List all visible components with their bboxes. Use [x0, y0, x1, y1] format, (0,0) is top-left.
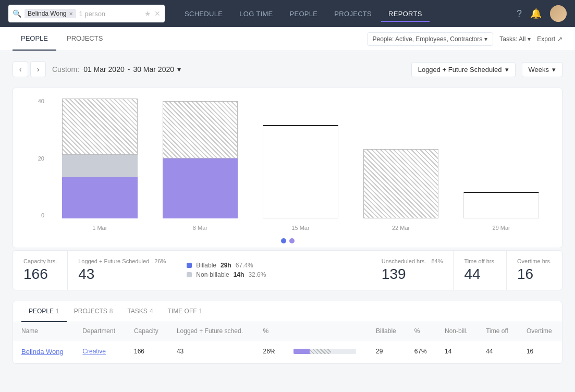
person-name-link[interactable]: Belinda Wong: [21, 348, 64, 356]
logged-future-dropdown[interactable]: Logged + Future Scheduled ▾: [411, 62, 516, 77]
breakdown-dot-nonbillable: [187, 272, 192, 277]
date-range: Custom: 01 Mar 2020 - 30 Mar 2020 ▾: [52, 65, 181, 74]
bottom-tab-timeoff[interactable]: TIME OFF1: [161, 301, 210, 322]
controls-row: ‹ › Custom: 01 Mar 2020 - 30 Mar 2020 ▾ …: [13, 62, 562, 77]
help-icon[interactable]: ?: [517, 8, 522, 19]
breakdown-nonbillable: Non-billable 14h 32.6%: [187, 271, 266, 278]
stat-overtime-label: Overtime hrs.: [517, 258, 552, 264]
date-label: Custom:: [52, 65, 79, 74]
col-capacity: Capacity: [126, 322, 168, 340]
stat-timeoff-value: 44: [464, 266, 496, 283]
cell-overtime: 16: [518, 340, 562, 363]
search-clear-icon[interactable]: ✕: [154, 9, 161, 18]
stat-logged-pct: 26%: [154, 258, 166, 264]
dot-future: [289, 238, 295, 243]
breakdown-billable-label: Billable: [196, 262, 216, 269]
bar-15mar: [263, 99, 338, 218]
breakdown-nonbillable-pct: 32.6%: [248, 271, 266, 278]
col-overtime: Overtime: [518, 322, 562, 340]
chart-col-29mar: 29 Mar: [451, 99, 552, 218]
cell-dept: Creative: [74, 340, 126, 363]
nav-link-schedule[interactable]: SCHEDULE: [177, 6, 230, 22]
cell-capacity: 166: [126, 340, 168, 363]
col-timeoff: Time off: [478, 322, 518, 340]
col-nonbill: Non-bill.: [436, 322, 478, 340]
cell-name: Belinda Wong: [13, 340, 74, 363]
stats-row: Capacity hrs. 166 Logged + Future Schedu…: [13, 250, 562, 290]
search-tag-close[interactable]: ✕: [69, 11, 73, 17]
search-star-icon[interactable]: ★: [144, 9, 151, 18]
people-filter-btn[interactable]: People: Active, Employees, Contractors ▾: [367, 32, 494, 46]
search-tag[interactable]: Belinda Wong ✕: [25, 9, 76, 18]
weeks-dropdown[interactable]: Weeks ▾: [522, 62, 563, 77]
bottom-tab-tasks[interactable]: TASKS4: [120, 301, 160, 322]
tasks-filter-chevron: ▾: [528, 35, 531, 43]
stat-unscheduled-label: Unscheduled hrs. 84%: [382, 258, 443, 264]
y-axis: 0 20 40: [23, 99, 50, 218]
nav-link-log-time[interactable]: LOG TIME: [232, 6, 280, 22]
stat-capacity-value: 166: [23, 266, 57, 283]
cell-billable: 29: [368, 340, 406, 363]
tasks-filter-btn[interactable]: Tasks: All ▾: [499, 35, 531, 43]
chart-col-15mar: 15 Mar: [250, 99, 351, 218]
bottom-tab-bar: PEOPLE1 PROJECTS8 TASKS4 TIME OFF1: [13, 301, 562, 322]
cell-nonbill: 14: [436, 340, 478, 363]
date-chevron: ▾: [177, 65, 181, 74]
table-head: Name Department Capacity Logged + Future…: [13, 322, 562, 340]
next-arrow[interactable]: ›: [30, 62, 46, 77]
nav-links: SCHEDULELOG TIMEPEOPLEPROJECTSREPORTS: [177, 6, 430, 22]
search-icon: 🔍: [13, 9, 21, 18]
bar-22mar: [363, 99, 438, 218]
breakdown-billable: Billable 29h 67.4%: [187, 262, 266, 269]
main-content: ‹ › Custom: 01 Mar 2020 - 30 Mar 2020 ▾ …: [0, 51, 575, 374]
weeks-chevron: ▾: [552, 66, 556, 74]
chart-dots: [23, 234, 552, 248]
notifications-icon[interactable]: 🔔: [530, 8, 542, 19]
cell-pct: 26%: [255, 340, 285, 363]
tasks-count: 4: [150, 308, 153, 315]
prev-arrow[interactable]: ‹: [13, 62, 28, 77]
x-label-1mar: 1 Mar: [92, 225, 107, 231]
nav-link-reports[interactable]: REPORTS: [381, 6, 430, 22]
stat-logged-label: Logged + Future Scheduled 26%: [78, 258, 166, 264]
logged-future-chevron: ▾: [505, 66, 509, 74]
bar-1mar: [62, 99, 137, 218]
cell-timeoff: 44: [478, 340, 518, 363]
bottom-tab-projects[interactable]: PROJECTS8: [67, 301, 120, 322]
people-filter-label: People: Active, Employees, Contractors: [373, 35, 483, 43]
stat-capacity-label: Capacity hrs.: [23, 258, 57, 264]
date-start: 01 Mar 2020: [83, 65, 125, 74]
col-pct: %: [255, 322, 285, 340]
stat-logged: Logged + Future Scheduled 26% 43 Billabl…: [68, 251, 371, 290]
nav-link-people[interactable]: PEOPLE: [283, 6, 325, 22]
bottom-tab-people[interactable]: PEOPLE1: [21, 301, 67, 322]
search-tag-label: Belinda Wong: [28, 10, 67, 17]
dept-link[interactable]: Creative: [82, 348, 106, 355]
date-range-picker[interactable]: 01 Mar 2020 - 30 Mar 2020 ▾: [83, 65, 181, 74]
date-separator: -: [128, 65, 130, 74]
chart-col-8mar: 8 Mar: [150, 99, 251, 218]
progress-bar-hatched: [310, 349, 331, 354]
bottom-tabs: PEOPLE1 PROJECTS8 TASKS4 TIME OFF1 Name …: [13, 301, 562, 364]
cell-logged: 43: [168, 340, 255, 363]
export-btn[interactable]: Export ↗: [537, 35, 562, 43]
col-logged: Logged + Future sched.: [168, 322, 255, 340]
col-billable-pct: %: [406, 322, 436, 340]
search-bar[interactable]: 🔍 Belinda Wong ✕ 1 person ★ ✕: [8, 5, 165, 22]
stat-unscheduled-pct: 84%: [431, 258, 443, 264]
chart-columns: 1 Mar 8 Mar: [50, 99, 552, 218]
stat-overtime: Overtime hrs. 16: [507, 251, 562, 290]
col-department: Department: [74, 322, 126, 340]
y-label-20: 20: [38, 156, 44, 162]
tab-projects[interactable]: PROJECTS: [58, 27, 111, 51]
table-header-row: Name Department Capacity Logged + Future…: [13, 322, 562, 340]
tab-people[interactable]: PEOPLE: [13, 27, 56, 51]
progress-bar: [293, 349, 356, 354]
avatar[interactable]: [550, 5, 567, 22]
table-wrap: Name Department Capacity Logged + Future…: [13, 322, 562, 363]
nav-link-projects[interactable]: PROJECTS: [327, 6, 379, 22]
people-table: Name Department Capacity Logged + Future…: [13, 322, 562, 363]
col-bar: [285, 322, 368, 340]
stat-logged-main: Logged + Future Scheduled 26% 43: [68, 251, 176, 290]
bar-29mar: [463, 99, 539, 218]
